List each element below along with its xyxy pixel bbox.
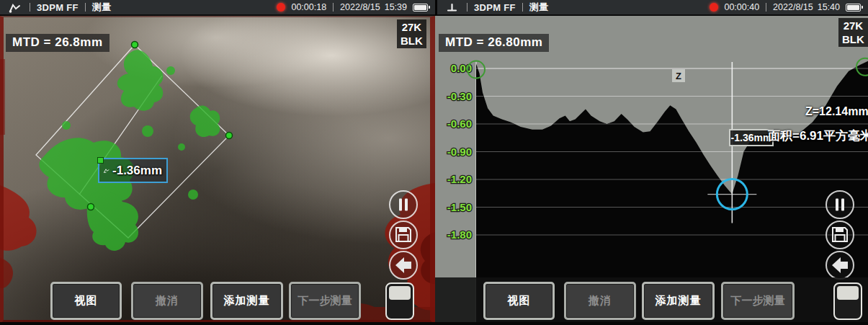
mtd-readout: MTD = 26.80mm: [439, 34, 549, 52]
measurement-overlay: [0, 16, 435, 325]
back-button[interactable]: [390, 251, 417, 279]
save-button[interactable]: [826, 221, 854, 249]
side-controls: [387, 189, 420, 282]
red-blob: [0, 185, 37, 251]
back-button[interactable]: [826, 251, 854, 279]
defect-area-overlay: [39, 50, 220, 251]
tag-corner-handle[interactable]: [97, 157, 104, 164]
toggle-indicator: [837, 286, 859, 300]
side-controls: [823, 189, 856, 282]
depth-value: -1.36mm: [112, 164, 162, 178]
quality-line: BLK: [401, 34, 423, 48]
undo-button[interactable]: 撤消: [564, 282, 636, 320]
divider: [522, 3, 523, 12]
view-button[interactable]: 视图: [50, 282, 122, 320]
record-indicator-icon: [710, 3, 718, 12]
divider: [85, 3, 86, 12]
articulation-probe-icon: [6, 2, 23, 13]
y-tick-label: -0.30: [447, 90, 472, 102]
y-tick-label: -1.20: [447, 173, 472, 185]
measure-menu-item[interactable]: 测量: [529, 1, 549, 14]
clock-label: 15:40: [818, 2, 840, 12]
mtd-readout: MTD = 26.8mm: [6, 34, 109, 52]
toggle-indicator: [389, 286, 411, 300]
z-axis-marker: Z: [672, 69, 685, 82]
divider: [467, 3, 467, 12]
y-tick-label: -1.50: [447, 201, 472, 213]
region-corner-cursor[interactable]: [132, 42, 138, 48]
mode-menu-item[interactable]: 3DPM FF: [474, 2, 516, 13]
left-top-bar: 3DPM FF 测量 00:00:18 2022/8/15 15:39: [0, 0, 435, 16]
quality-line: BLK: [842, 32, 864, 46]
battery-icon: [846, 4, 861, 12]
battery-icon: [413, 4, 428, 12]
pause-button[interactable]: [390, 191, 417, 218]
y-tick-label: -0.60: [447, 117, 472, 130]
record-time: 00:00:18: [291, 2, 326, 12]
red-blob: [0, 59, 5, 135]
next-measurement-button[interactable]: 下一步测量: [289, 282, 361, 320]
softkey-page-toggle[interactable]: [385, 282, 414, 320]
quality-line: 27K: [401, 20, 423, 34]
softkey-page-toggle[interactable]: [833, 282, 862, 320]
screen-edge: [0, 322, 868, 325]
clock-label: 15:39: [385, 2, 407, 12]
depth-measurement-tag[interactable]: -1.36mm: [98, 158, 168, 183]
image-quality-badge: 27K BLK: [397, 19, 426, 48]
record-time: 00:00:40: [724, 2, 759, 12]
add-measurement-button[interactable]: 添加测量: [210, 282, 283, 320]
reference-plane-icon: [443, 2, 460, 13]
depth-point-icon: [104, 165, 109, 176]
quality-line: 27K: [842, 19, 864, 32]
save-button[interactable]: [390, 221, 417, 249]
right-top-bar: 3DPM FF 测量 00:00:40 2022/8/15 15:40: [435, 0, 868, 16]
divider: [30, 3, 30, 12]
region-corner-cursor[interactable]: [226, 133, 233, 139]
mode-menu-item[interactable]: 3DPM FF: [37, 2, 79, 13]
profile-length-readout: Z=12.14mm: [805, 105, 868, 118]
date-label: 2022/8/15: [773, 2, 813, 12]
profile-end-cursor[interactable]: [88, 204, 94, 210]
area-readout: 面积=6.91平方毫米: [768, 128, 868, 144]
divider: [766, 3, 766, 12]
red-blob: [0, 258, 13, 288]
image-quality-badge: 27K BLK: [838, 18, 868, 47]
depth-measurement-tag[interactable]: -1.36mm: [729, 129, 774, 146]
divider: [333, 3, 334, 12]
next-measurement-button[interactable]: 下一步测量: [721, 282, 795, 320]
date-label: 2022/8/15: [340, 2, 380, 12]
dual-view-screen: 3DPM FF 测量 00:00:18 2022/8/15 15:39 3DPM…: [0, 0, 868, 325]
undo-button[interactable]: 撤消: [131, 282, 203, 320]
y-tick-label: -1.80: [447, 228, 472, 241]
record-indicator-icon: [277, 3, 285, 12]
y-tick-label: -0.90: [447, 146, 472, 158]
measure-menu-item[interactable]: 测量: [92, 1, 112, 14]
view-button[interactable]: 视图: [483, 282, 555, 320]
pause-button[interactable]: [826, 191, 854, 218]
add-measurement-button[interactable]: 添加测量: [642, 282, 715, 320]
